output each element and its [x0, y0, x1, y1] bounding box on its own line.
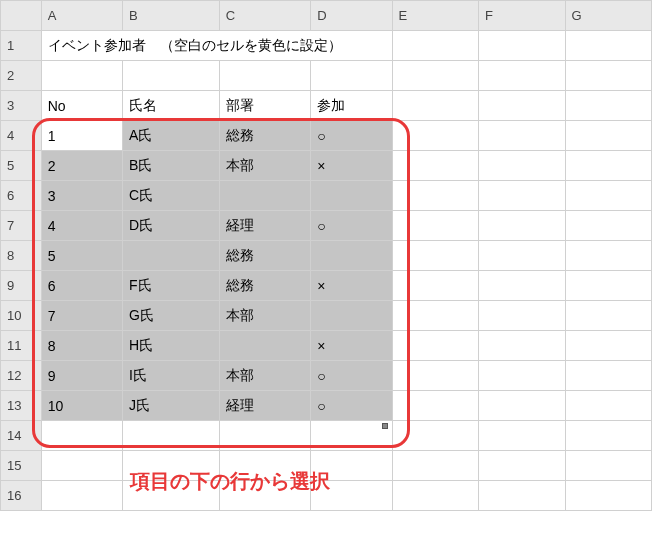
cell[interactable] [219, 421, 311, 451]
cell-c8[interactable]: 総務 [219, 241, 311, 271]
cell[interactable] [565, 241, 651, 271]
row-header-9[interactable]: 9 [1, 271, 42, 301]
row-header-6[interactable]: 6 [1, 181, 42, 211]
col-header-g[interactable]: G [565, 1, 651, 31]
cell[interactable] [479, 361, 565, 391]
cell[interactable] [565, 151, 651, 181]
cell-d6[interactable] [311, 181, 392, 211]
cell-a6[interactable]: 3 [41, 181, 122, 211]
row-header-13[interactable]: 13 [1, 391, 42, 421]
cell[interactable] [392, 271, 478, 301]
cell-d7[interactable]: ○ [311, 211, 392, 241]
cell[interactable] [392, 121, 478, 151]
row-header-1[interactable]: 1 [1, 31, 42, 61]
select-all-corner[interactable] [1, 1, 42, 31]
col-header-f[interactable]: F [479, 1, 565, 31]
cell-d12[interactable]: ○ [311, 361, 392, 391]
cell-a13[interactable]: 10 [41, 391, 122, 421]
cell[interactable] [565, 331, 651, 361]
cell[interactable] [392, 301, 478, 331]
row-header-10[interactable]: 10 [1, 301, 42, 331]
cell[interactable] [565, 61, 651, 91]
cell[interactable] [392, 481, 478, 511]
cell-d9[interactable]: × [311, 271, 392, 301]
cell[interactable] [311, 421, 392, 451]
cell[interactable] [41, 481, 122, 511]
cell-d10[interactable] [311, 301, 392, 331]
cell-a8[interactable]: 5 [41, 241, 122, 271]
cell-b7[interactable]: D氏 [123, 211, 220, 241]
cell[interactable] [479, 451, 565, 481]
cell[interactable] [479, 241, 565, 271]
cell-d8[interactable] [311, 241, 392, 271]
cell-b6[interactable]: C氏 [123, 181, 220, 211]
cell-c13[interactable]: 経理 [219, 391, 311, 421]
cell[interactable] [565, 31, 651, 61]
cell[interactable] [392, 391, 478, 421]
cell[interactable] [392, 211, 478, 241]
col-header-c[interactable]: C [219, 1, 311, 31]
cell-d5[interactable]: × [311, 151, 392, 181]
col-header-e[interactable]: E [392, 1, 478, 31]
col-header-b[interactable]: B [123, 1, 220, 31]
cell[interactable] [565, 271, 651, 301]
cell[interactable] [479, 211, 565, 241]
header-name[interactable]: 氏名 [123, 91, 220, 121]
cell-c5[interactable]: 本部 [219, 151, 311, 181]
cell[interactable] [565, 451, 651, 481]
cell-b11[interactable]: H氏 [123, 331, 220, 361]
cell-a5[interactable]: 2 [41, 151, 122, 181]
cell[interactable] [41, 61, 122, 91]
row-header-11[interactable]: 11 [1, 331, 42, 361]
cell-a11[interactable]: 8 [41, 331, 122, 361]
row-header-12[interactable]: 12 [1, 361, 42, 391]
row-header-3[interactable]: 3 [1, 91, 42, 121]
cell[interactable] [479, 301, 565, 331]
cell[interactable] [565, 421, 651, 451]
title-cell[interactable]: イベント参加者 （空白のセルを黄色に設定） [41, 31, 392, 61]
cell-a9[interactable]: 6 [41, 271, 122, 301]
cell[interactable] [565, 481, 651, 511]
row-header-8[interactable]: 8 [1, 241, 42, 271]
cell[interactable] [41, 421, 122, 451]
cell[interactable] [479, 331, 565, 361]
cell-b9[interactable]: F氏 [123, 271, 220, 301]
cell-c4[interactable]: 総務 [219, 121, 311, 151]
cell[interactable] [479, 61, 565, 91]
cell[interactable] [565, 211, 651, 241]
cell-a4[interactable]: 1 [41, 121, 122, 151]
cell[interactable] [565, 301, 651, 331]
row-header-5[interactable]: 5 [1, 151, 42, 181]
cell-c11[interactable] [219, 331, 311, 361]
cell[interactable] [392, 361, 478, 391]
cell[interactable] [479, 31, 565, 61]
row-header-15[interactable]: 15 [1, 451, 42, 481]
cell[interactable] [479, 391, 565, 421]
cell-d13[interactable]: ○ [311, 391, 392, 421]
header-dept[interactable]: 部署 [219, 91, 311, 121]
cell[interactable] [123, 421, 220, 451]
cell[interactable] [565, 181, 651, 211]
cell[interactable] [479, 421, 565, 451]
cell[interactable] [392, 181, 478, 211]
cell-d11[interactable]: × [311, 331, 392, 361]
cell[interactable] [392, 241, 478, 271]
cell[interactable] [392, 91, 478, 121]
cell[interactable] [479, 121, 565, 151]
cell[interactable] [41, 451, 122, 481]
cell-b8[interactable] [123, 241, 220, 271]
cell[interactable] [123, 61, 220, 91]
spreadsheet-grid[interactable]: A B C D E F G 1 イベント参加者 （空白のセルを黄色に設定） 2 … [0, 0, 652, 511]
cell[interactable] [392, 331, 478, 361]
cell-c7[interactable]: 経理 [219, 211, 311, 241]
cell[interactable] [311, 61, 392, 91]
cell-d4[interactable]: ○ [311, 121, 392, 151]
cell-c10[interactable]: 本部 [219, 301, 311, 331]
cell[interactable] [392, 151, 478, 181]
cell[interactable] [565, 391, 651, 421]
cell[interactable] [392, 451, 478, 481]
cell[interactable] [392, 421, 478, 451]
cell[interactable] [479, 151, 565, 181]
cell-c12[interactable]: 本部 [219, 361, 311, 391]
cell-a10[interactable]: 7 [41, 301, 122, 331]
